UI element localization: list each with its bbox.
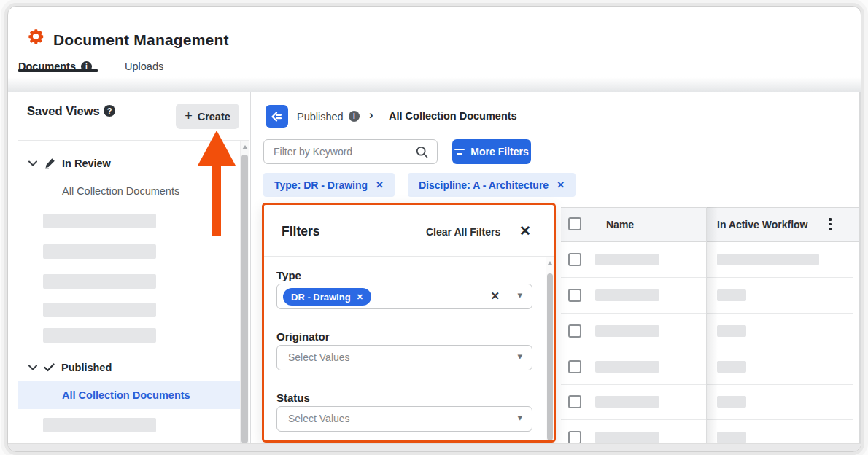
placeholder-bar (43, 244, 156, 259)
annotation-arrow-icon (192, 129, 241, 238)
header-shadow (8, 74, 861, 92)
placeholder-bar (43, 303, 156, 317)
saved-views-help-icon[interactable]: ? (104, 105, 115, 117)
row-checkbox[interactable] (568, 324, 581, 338)
tab-documents[interactable]: Documents i (18, 58, 92, 75)
window-edge (8, 443, 861, 452)
create-view-button[interactable]: + Create (176, 104, 239, 129)
sidebar-item-selected[interactable]: All Collection Documents (18, 381, 240, 409)
placeholder-bar (595, 396, 659, 408)
breadcrumb-chevron-icon: › (369, 108, 373, 122)
filter-chip-type[interactable]: Type: DR - Drawing ✕ (263, 173, 395, 197)
row-checkbox[interactable] (568, 253, 581, 266)
placeholder-bar (43, 328, 156, 343)
check-icon (44, 363, 55, 372)
placeholder-bar (717, 325, 746, 337)
type-field[interactable]: DR - Drawing ✕ ✕ ▾ (276, 284, 532, 309)
collapse-panel-button[interactable] (266, 105, 288, 128)
chevron-down-icon (28, 365, 37, 370)
row-checkbox[interactable] (568, 395, 581, 408)
placeholder-bar (43, 214, 156, 228)
saved-views-title: Saved Views (27, 104, 100, 118)
placeholder-bar (595, 361, 659, 373)
placeholder-bar (43, 418, 156, 432)
keyword-filter-field (263, 139, 438, 164)
column-header-in-active-workflow[interactable]: In Active Workflow (717, 219, 807, 230)
app-gear-icon (26, 27, 45, 46)
chevron-down-icon: ▾ (517, 412, 522, 423)
search-icon (416, 146, 428, 158)
placeholder-bar (43, 274, 156, 289)
field-label-originator: Originator (276, 330, 330, 343)
divider (853, 207, 853, 443)
sidebar-item-all-collection-documents[interactable]: All Collection Documents (62, 185, 179, 197)
filters-panel-title: Filters (282, 224, 320, 239)
app-window: Document Management Documents i Uploads … (7, 6, 861, 452)
scroll-up-icon[interactable] (548, 261, 552, 265)
active-tab-underline (18, 69, 98, 72)
sidebar-scrollbar-thumb[interactable] (241, 155, 248, 443)
breadcrumb-current: All Collection Documents (389, 110, 517, 122)
remove-chip-icon[interactable]: ✕ (557, 179, 565, 190)
divider (250, 92, 251, 443)
sidebar-group-published[interactable]: Published (28, 359, 112, 376)
filter-chip-discipline[interactable]: Discipline: A - Architecture ✕ (408, 173, 576, 197)
chevron-down-icon (28, 160, 37, 166)
clear-field-icon[interactable]: ✕ (490, 289, 500, 303)
filters-scrollbar-thumb[interactable] (547, 273, 553, 440)
tab-uploads[interactable]: Uploads (125, 58, 163, 75)
status-select[interactable]: Select Values ▾ (276, 406, 532, 432)
divider (264, 256, 554, 257)
placeholder-bar (595, 325, 659, 337)
clear-all-filters-button[interactable]: Clear All Filters (426, 226, 500, 238)
remove-tag-icon[interactable]: ✕ (357, 292, 363, 302)
pinned-column-shadow (707, 207, 718, 443)
field-label-type: Type (276, 269, 301, 281)
row-checkbox[interactable] (568, 360, 581, 373)
published-info-icon[interactable]: i (349, 111, 360, 122)
page-title: Document Management (53, 31, 229, 49)
arrow-left-bars-icon (271, 112, 283, 122)
placeholder-bar (717, 396, 746, 408)
documents-table: Name In Active Workflow (561, 206, 859, 443)
close-icon[interactable]: ✕ (519, 222, 531, 239)
remove-chip-icon[interactable]: ✕ (376, 179, 384, 190)
placeholder-bar (717, 254, 819, 265)
placeholder-bar (595, 432, 659, 443)
row-checkbox[interactable] (568, 431, 581, 443)
placeholder-bar (595, 254, 659, 265)
column-header-name[interactable]: Name (606, 219, 634, 230)
placeholder-bar (717, 289, 746, 301)
window-edge (859, 92, 861, 443)
keyword-filter-input[interactable] (274, 141, 416, 163)
divider (592, 207, 592, 242)
filter-lines-icon (454, 149, 465, 155)
select-all-checkbox[interactable] (568, 217, 581, 230)
scroll-up-icon[interactable] (242, 145, 248, 149)
breadcrumb-parent[interactable]: Published (297, 111, 344, 122)
originator-select[interactable]: Select Values ▾ (276, 345, 532, 370)
field-label-status: Status (276, 392, 310, 404)
column-menu-icon[interactable] (829, 218, 832, 233)
more-filters-button[interactable]: More Filters (452, 139, 531, 164)
chevron-down-icon[interactable]: ▾ (517, 289, 522, 300)
pencil-icon (44, 158, 55, 169)
plus-icon: + (185, 109, 193, 122)
type-tag: DR - Drawing ✕ (283, 288, 371, 306)
divider (706, 207, 707, 443)
placeholder-bar (595, 289, 659, 301)
chevron-down-icon: ▾ (517, 351, 522, 362)
sidebar-group-in-review[interactable]: In Review (28, 155, 111, 171)
filters-panel: Filters Clear All Filters ✕ Type DR - Dr… (262, 203, 556, 443)
row-checkbox[interactable] (568, 289, 581, 302)
placeholder-bar (717, 432, 746, 443)
placeholder-bar (717, 361, 746, 373)
